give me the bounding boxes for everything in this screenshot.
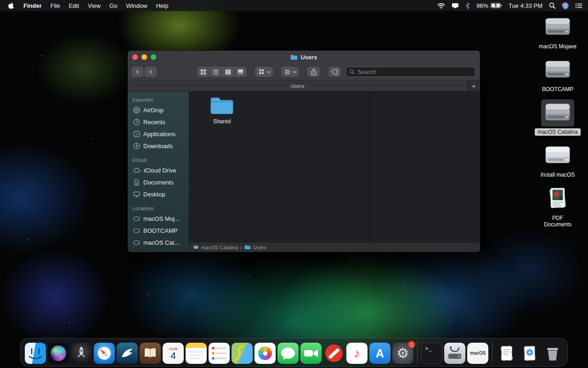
dock-photos-icon[interactable] <box>254 343 276 364</box>
sidebar-item-applications[interactable]: A Applications <box>128 128 189 140</box>
dock-trash-icon[interactable] <box>542 343 563 364</box>
spotlight-icon[interactable] <box>549 2 555 9</box>
drive-icon <box>133 240 140 246</box>
gear-icon: ⚙ <box>284 69 290 75</box>
sidebar-item-macos-mojave[interactable]: macOS Moj... <box>128 213 189 224</box>
gallery-view-button[interactable] <box>234 67 247 77</box>
back-button[interactable]: ‹ <box>131 67 143 77</box>
dock-mail-icon[interactable] <box>117 343 138 364</box>
menu-edit[interactable]: Edit <box>69 2 79 9</box>
menu-clock[interactable]: Tue 4:33 PM <box>509 2 543 9</box>
display-icon[interactable] <box>452 3 459 8</box>
dock-launchpad-icon[interactable] <box>71 343 92 364</box>
close-button[interactable] <box>132 54 138 60</box>
new-tab-button[interactable]: + <box>467 80 480 91</box>
menu-view[interactable]: View <box>88 2 101 9</box>
sidebar-label: iCloud Drive <box>144 167 176 174</box>
dock-siri-icon[interactable] <box>48 343 69 364</box>
action-dropdown[interactable]: ⚙ <box>281 67 299 77</box>
search-input[interactable] <box>346 67 475 77</box>
desktop-icon-install-macos[interactable]: Install macOS <box>535 142 581 178</box>
siri-menu-icon[interactable] <box>562 2 569 9</box>
path-crumb-folder[interactable]: Users <box>253 245 266 250</box>
sidebar-item-macos-catalina[interactable]: macOS Cat... <box>128 236 189 248</box>
dock-safari-icon[interactable] <box>94 343 115 364</box>
menu-window[interactable]: Window <box>126 2 147 9</box>
dock-system-preferences-icon[interactable]: ⚙ 1 <box>392 343 413 364</box>
desktop-icon-pdf-documents[interactable]: PDF Documents <box>535 185 581 228</box>
column-view-icon <box>225 69 232 75</box>
list-view-icon <box>212 69 219 75</box>
dock-music-icon[interactable]: ♪ <box>346 343 368 364</box>
sidebar-item-icloud-drive[interactable]: iCloud Drive <box>128 164 189 176</box>
file-item-shared[interactable]: Shared <box>201 96 243 125</box>
apple-menu[interactable] <box>8 2 15 9</box>
sidebar-item-desktop[interactable]: Desktop <box>128 188 189 200</box>
dock-documents-stack-icon[interactable] <box>496 343 517 364</box>
share-button[interactable] <box>307 67 320 77</box>
window-title-bar[interactable]: Users <box>128 51 480 63</box>
group-by-dropdown[interactable] <box>255 67 273 77</box>
dock-books-icon[interactable] <box>140 343 161 364</box>
tab-users[interactable]: Users <box>128 80 467 91</box>
airdrop-icon <box>133 107 140 114</box>
sidebar-item-documents[interactable]: Documents <box>128 176 189 188</box>
plus-icon: + <box>472 82 476 89</box>
internal-drive-icon <box>541 57 574 84</box>
calendar-day: 4 <box>170 351 176 360</box>
tags-button[interactable] <box>328 67 341 77</box>
photos-flower-icon <box>258 346 272 360</box>
dock-messages-icon[interactable] <box>277 343 299 364</box>
dock-reminders-icon[interactable] <box>209 343 230 364</box>
path-crumb-volume[interactable]: macOS Catalina <box>201 245 238 250</box>
list-view-button[interactable] <box>209 67 222 77</box>
sidebar-item-downloads[interactable]: Downloads <box>128 140 189 152</box>
dock-facetime-icon[interactable] <box>300 343 322 364</box>
sidebar-label: AirDrop <box>143 107 164 114</box>
wifi-icon[interactable] <box>437 3 445 9</box>
forward-button[interactable]: › <box>145 67 157 77</box>
eject-icon[interactable] <box>179 252 185 252</box>
bluetooth-icon[interactable] <box>465 2 470 9</box>
desktop-icon-macos-catalina[interactable]: macOS Catalina <box>535 99 581 136</box>
view-switcher <box>197 67 247 77</box>
menu-help[interactable]: Help <box>156 2 169 9</box>
path-separator: › <box>240 245 242 250</box>
icon-view-button[interactable] <box>197 67 209 77</box>
dock-disk-utility-icon[interactable] <box>444 343 465 364</box>
dock-maps-icon[interactable] <box>232 343 253 364</box>
dock-terminal-icon[interactable]: >_ <box>421 343 442 364</box>
file-view[interactable]: Shared <box>189 92 480 242</box>
gallery-view-icon <box>237 69 244 75</box>
sidebar-item-airdrop[interactable]: AirDrop <box>128 104 189 116</box>
tag-icon <box>331 69 338 75</box>
column-view-button[interactable] <box>222 67 234 77</box>
tab-bar: Users + <box>128 80 480 92</box>
minimize-button[interactable] <box>141 54 147 60</box>
external-drive-icon <box>541 142 574 169</box>
menu-finder[interactable]: Finder <box>23 2 42 9</box>
sidebar-item-bootcamp[interactable]: BOOTCAMP <box>128 224 189 236</box>
back-icon: ‹ <box>136 67 139 75</box>
sidebar-item-install-macos[interactable]: Install m... <box>128 248 189 252</box>
menu-go[interactable]: Go <box>109 2 117 9</box>
window-title: Users <box>290 54 317 61</box>
dock-prohibited-app-icon[interactable] <box>323 343 345 364</box>
drive-icon <box>133 216 140 222</box>
downloads-stack-icon <box>519 343 540 364</box>
desktop-icon-bootcamp[interactable]: BOOTCAMP <box>535 57 581 93</box>
dock-finder-icon[interactable] <box>25 343 46 364</box>
dock-calendar-icon[interactable]: JUN 4 <box>163 343 184 364</box>
menu-file[interactable]: File <box>51 2 60 9</box>
battery-indicator[interactable]: 96% <box>476 2 502 9</box>
desktop-icon-column: macOS Mojave BOOTCAMP macOS Catalina Ins… <box>535 14 581 228</box>
dock-app-store-icon[interactable]: A <box>369 343 390 364</box>
dock-notes-icon[interactable] <box>186 343 207 364</box>
dock-downloads-stack-icon[interactable] <box>519 343 540 364</box>
siri-sphere-icon <box>51 345 66 361</box>
sidebar-item-recents[interactable]: Recents <box>128 116 189 128</box>
zoom-button[interactable] <box>151 54 156 60</box>
notification-center-icon[interactable] <box>575 3 582 9</box>
dock-macos-installer-icon[interactable]: macOS <box>467 343 488 364</box>
desktop-icon-macos-mojave[interactable]: macOS Mojave <box>535 14 581 50</box>
